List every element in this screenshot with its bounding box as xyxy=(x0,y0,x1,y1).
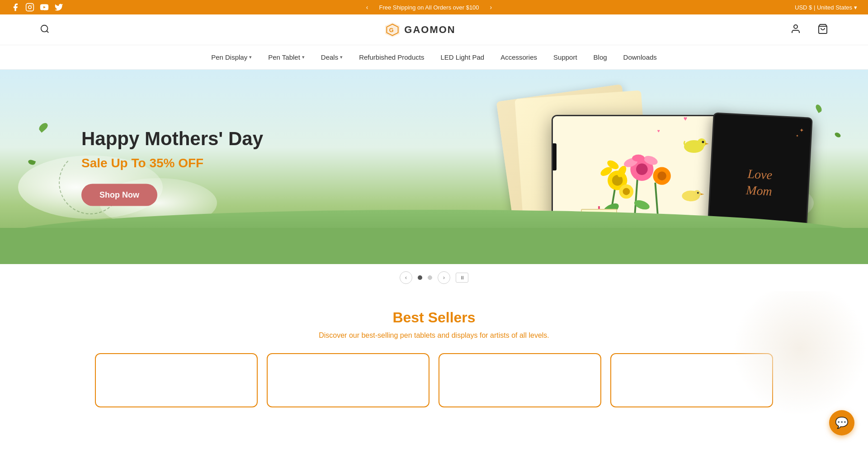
svg-point-30 xyxy=(632,155,645,162)
svg-point-34 xyxy=(697,192,699,194)
top-bar-center: ‹ Free Shipping on All Orders over $100 … xyxy=(63,4,795,11)
svg-point-37 xyxy=(697,138,706,147)
svg-point-4 xyxy=(41,25,48,32)
nav-pen-display[interactable]: Pen Display ▾ xyxy=(205,51,258,64)
hero-content: Happy Mothers' Day Sale Up To 35% OFF Sh… xyxy=(81,128,263,206)
cart-button[interactable] xyxy=(814,20,832,39)
header-left xyxy=(36,20,53,39)
account-icon xyxy=(790,24,801,34)
header: G GAOMON xyxy=(0,14,868,45)
logo-icon: G xyxy=(384,22,401,38)
search-button[interactable] xyxy=(36,20,53,39)
hero-subtitle: Sale Up To 35% OFF xyxy=(81,156,263,170)
svg-point-20 xyxy=(636,164,648,175)
cart-icon xyxy=(817,24,828,34)
promo-text: Free Shipping on All Orders over $100 xyxy=(379,4,479,11)
youtube-icon[interactable] xyxy=(40,3,49,12)
svg-point-2 xyxy=(32,5,33,6)
svg-point-9 xyxy=(794,25,797,28)
instagram-icon[interactable] xyxy=(25,3,34,12)
product-grid xyxy=(36,353,832,407)
heart-decoration: ♥ xyxy=(684,115,687,122)
nav-refurbished[interactable]: Refurbished Products xyxy=(353,51,430,64)
shop-now-button[interactable]: Shop Now xyxy=(81,184,157,206)
nav-deals[interactable]: Deals ▾ xyxy=(315,51,349,64)
svg-text:G: G xyxy=(389,27,394,33)
account-button[interactable] xyxy=(787,20,805,39)
svg-rect-0 xyxy=(26,4,34,11)
twitter-icon[interactable] xyxy=(54,3,63,12)
currency-selector[interactable]: USD $ | United States ▾ xyxy=(795,4,857,11)
header-right xyxy=(787,20,832,39)
svg-point-22 xyxy=(657,171,666,180)
heart-decoration-sm: ♥ xyxy=(657,128,660,133)
promo-prev-btn[interactable]: ‹ xyxy=(363,4,372,11)
logo[interactable]: G GAOMON xyxy=(384,22,455,38)
top-bar: ‹ Free Shipping on All Orders over $100 … xyxy=(0,0,868,14)
carousel-pause-button[interactable]: ⏸ xyxy=(456,273,468,283)
nav-blog[interactable]: Blog xyxy=(587,51,613,64)
bird-decoration xyxy=(683,133,710,157)
nav-pen-tablet[interactable]: Pen Tablet ▾ xyxy=(262,51,311,64)
hero-title: Happy Mothers' Day xyxy=(81,128,263,150)
chevron-down-icon: ▾ xyxy=(249,54,252,60)
svg-point-32 xyxy=(693,190,701,198)
facebook-icon[interactable] xyxy=(11,3,20,12)
love-mom-text: Love Mom xyxy=(745,165,773,200)
search-icon xyxy=(40,24,50,34)
tablet-side-buttons xyxy=(553,143,557,170)
carousel-next-button[interactable]: › xyxy=(438,271,450,284)
nav-accessories[interactable]: Accessories xyxy=(494,51,543,64)
grass-base xyxy=(0,228,868,264)
svg-point-39 xyxy=(702,141,704,143)
social-links xyxy=(11,3,63,12)
best-sellers-title: Best Sellers xyxy=(36,309,832,326)
product-card-1[interactable] xyxy=(95,353,258,407)
product-card-3[interactable] xyxy=(439,353,601,407)
nav-support[interactable]: Support xyxy=(547,51,584,64)
product-card-2[interactable] xyxy=(267,353,429,407)
carousel-dot-2[interactable] xyxy=(428,275,432,280)
promo-next-btn[interactable]: › xyxy=(486,4,496,11)
nav-led-light-pad[interactable]: LED Light Pad xyxy=(434,51,491,64)
carousel-controls: ‹ › ⏸ xyxy=(0,264,868,291)
chevron-down-icon: ▾ xyxy=(302,54,305,60)
best-sellers-section: Best Sellers Discover our best-selling p… xyxy=(0,291,868,416)
chevron-down-icon: ▾ xyxy=(340,54,343,60)
svg-line-5 xyxy=(47,31,48,33)
carousel-dot-1[interactable] xyxy=(418,275,422,280)
carousel-prev-button[interactable]: ‹ xyxy=(400,271,412,284)
hero-banner: Happy Mothers' Day Sale Up To 35% OFF Sh… xyxy=(0,70,868,264)
nav-downloads[interactable]: Downloads xyxy=(617,51,663,64)
svg-point-24 xyxy=(623,188,630,195)
brand-name: GAOMON xyxy=(404,24,455,36)
svg-marker-38 xyxy=(705,143,709,145)
svg-point-1 xyxy=(28,6,32,9)
best-sellers-subtitle: Discover our best-selling pen tablets an… xyxy=(36,331,832,340)
main-nav: Pen Display ▾ Pen Tablet ▾ Deals ▾ Refur… xyxy=(0,45,868,70)
